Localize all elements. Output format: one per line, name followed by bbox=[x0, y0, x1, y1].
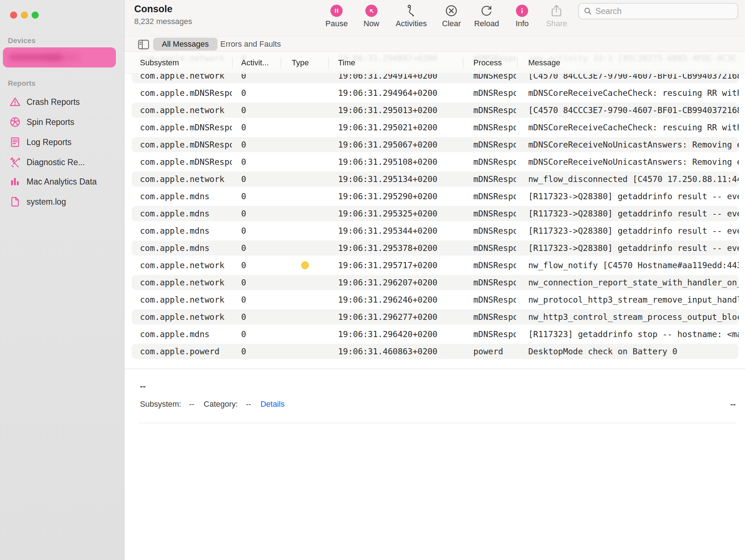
cell-type bbox=[301, 136, 315, 153]
log-table: com.apple.network 0 19:06:31.294914+0200… bbox=[125, 52, 745, 369]
table-row[interactable]: com.apple.network 0 19:06:31.295013+0200… bbox=[125, 102, 745, 119]
table-row[interactable]: com.apple.mdns 0 19:06:31.295378+0200 mD… bbox=[125, 239, 745, 257]
sidebar-item-mac-analytics-data[interactable]: Mac Analytics Data bbox=[4, 172, 120, 192]
column-header-process[interactable]: Process bbox=[473, 57, 502, 69]
share-icon bbox=[550, 4, 563, 17]
tab-errors-and-faults[interactable]: Errors and Faults bbox=[220, 38, 281, 51]
cell-type bbox=[301, 257, 315, 274]
sidebar-item-spin-reports[interactable]: Spin Reports bbox=[4, 112, 120, 132]
column-divider[interactable] bbox=[281, 57, 281, 68]
cell-process: mDNSResponder bbox=[473, 326, 516, 343]
column-header-activity[interactable]: Activit... bbox=[241, 57, 269, 69]
column-divider[interactable] bbox=[232, 57, 233, 68]
cell-subsystem: com.apple.mDNSResponder bbox=[140, 119, 232, 136]
cell-activity: 0 bbox=[241, 171, 263, 188]
cell-message: mDNSCoreReceiveCacheCheck: rescuing RR w… bbox=[528, 84, 739, 102]
table-row[interactable]: com.apple.powerd 0 19:06:31.460863+0200 … bbox=[125, 343, 745, 360]
reload-button[interactable]: Reload bbox=[474, 4, 499, 28]
tab-all-messages[interactable]: All Messages bbox=[153, 38, 217, 51]
pinwheel-icon bbox=[9, 116, 21, 128]
cell-activity: 0 bbox=[241, 222, 263, 239]
cell-activity: 0 bbox=[241, 102, 263, 119]
cell-subsystem: com.apple.mdns bbox=[140, 188, 232, 205]
cell-subsystem: com.apple.mdns bbox=[140, 239, 232, 257]
cell-time: 19:06:31.296420+0200 bbox=[338, 326, 442, 343]
zoom-window-button[interactable] bbox=[32, 11, 39, 19]
cell-process: powerd bbox=[473, 343, 516, 360]
cell-activity: 0 bbox=[241, 343, 263, 360]
table-row[interactable]: com.apple.mDNSResponder 0 19:06:31.29496… bbox=[125, 84, 745, 102]
minimize-window-button[interactable] bbox=[21, 11, 28, 19]
cell-type bbox=[301, 308, 315, 326]
sidebar-toggle-button[interactable] bbox=[137, 39, 150, 50]
table-row[interactable]: com.apple.network 0 19:06:31.295134+0200… bbox=[125, 171, 745, 188]
table-header: com.apple.network 0 19:06:31.294847+0200… bbox=[125, 52, 745, 74]
cell-type bbox=[301, 205, 315, 222]
table-row[interactable]: com.apple.mdns 0 19:06:31.295290+0200 mD… bbox=[125, 188, 745, 205]
cell-activity: 0 bbox=[241, 308, 263, 326]
cell-type bbox=[301, 188, 315, 205]
sidebar-item-device-selected[interactable] bbox=[3, 47, 116, 67]
detail-subsystem-value: -- bbox=[189, 400, 195, 409]
table-row[interactable]: com.apple.network 0 19:06:31.295717+0200… bbox=[125, 257, 745, 274]
activities-icon bbox=[405, 4, 418, 17]
detail-right-value: -- bbox=[730, 400, 736, 409]
search-icon bbox=[584, 7, 592, 15]
cell-process: mDNSResponder bbox=[473, 171, 516, 188]
details-link[interactable]: Details bbox=[261, 400, 285, 409]
table-row[interactable]: com.apple.mDNSResponder 0 19:06:31.29506… bbox=[125, 136, 745, 153]
sidebar-item-system-log[interactable]: system.log bbox=[4, 192, 120, 212]
table-row[interactable]: com.apple.mdns 0 19:06:31.295344+0200 mD… bbox=[125, 222, 745, 239]
table-row[interactable]: com.apple.mDNSResponder 0 19:06:31.29510… bbox=[125, 153, 745, 171]
table-row[interactable]: com.apple.mdns 0 19:06:31.295325+0200 mD… bbox=[125, 205, 745, 222]
table-row[interactable]: com.apple.mDNSResponder 0 19:06:31.29502… bbox=[125, 119, 745, 136]
table-row[interactable]: com.apple.network 0 19:06:31.296207+0200… bbox=[125, 274, 745, 291]
pause-button[interactable]: Pause bbox=[325, 4, 348, 28]
cell-subsystem: com.apple.mDNSResponder bbox=[140, 153, 232, 171]
cell-type bbox=[301, 119, 315, 136]
search-field[interactable] bbox=[578, 3, 738, 19]
column-divider[interactable] bbox=[463, 57, 463, 68]
close-window-button[interactable] bbox=[10, 11, 17, 19]
column-header-message[interactable]: Message bbox=[528, 57, 560, 69]
column-header-type[interactable]: Type bbox=[292, 57, 309, 69]
sidebar-item-log-reports[interactable]: Log Reports bbox=[4, 132, 120, 152]
main-pane: Console 8,232 messages Pause bbox=[125, 0, 745, 560]
cell-type bbox=[301, 291, 315, 308]
cell-time: 19:06:31.296246+0200 bbox=[338, 291, 442, 308]
cell-activity: 0 bbox=[241, 291, 263, 308]
cell-process: mDNSResponder bbox=[473, 102, 516, 119]
table-row[interactable]: com.apple.mdns 0 19:06:31.296420+0200 mD… bbox=[125, 326, 745, 343]
clear-icon bbox=[445, 4, 458, 17]
table-row[interactable]: com.apple.network 0 19:06:31.296246+0200… bbox=[125, 291, 745, 308]
cell-process: mDNSResponder bbox=[473, 136, 516, 153]
cell-time: 19:06:31.295013+0200 bbox=[338, 102, 442, 119]
sidebar-item-label: Mac Analytics Data bbox=[27, 177, 97, 187]
cell-time: 19:06:31.296207+0200 bbox=[338, 274, 442, 291]
column-divider[interactable] bbox=[328, 57, 329, 68]
bar-chart-icon bbox=[9, 176, 21, 187]
reload-icon bbox=[480, 4, 493, 17]
info-button[interactable]: Info bbox=[516, 4, 529, 28]
cell-activity: 0 bbox=[241, 205, 263, 222]
column-divider[interactable] bbox=[517, 57, 517, 68]
activities-button[interactable]: Activities bbox=[396, 4, 427, 28]
cell-process: mDNSResponder bbox=[473, 119, 516, 136]
cell-type bbox=[301, 274, 315, 291]
clear-button[interactable]: Clear bbox=[442, 4, 461, 28]
cell-process: mDNSResponder bbox=[473, 205, 516, 222]
share-button[interactable]: Share bbox=[546, 4, 567, 28]
pause-icon bbox=[330, 4, 343, 17]
cell-message: nw_flow_notify [C4570 Hostname#aa119edd:… bbox=[528, 257, 739, 274]
cell-time: 19:06:31.295134+0200 bbox=[338, 171, 442, 188]
cell-type bbox=[301, 239, 315, 257]
search-input[interactable] bbox=[595, 6, 732, 16]
now-button[interactable]: Now bbox=[364, 4, 379, 28]
column-header-time[interactable]: Time bbox=[338, 57, 355, 69]
cell-activity: 0 bbox=[241, 119, 263, 136]
column-header-subsystem[interactable]: Subsystem bbox=[140, 57, 179, 69]
cell-subsystem: com.apple.mDNSResponder bbox=[140, 84, 232, 102]
sidebar-item-diagnostic-reports[interactable]: Diagnostic Re... bbox=[4, 152, 120, 172]
table-row[interactable]: com.apple.network 0 19:06:31.296277+0200… bbox=[125, 308, 745, 326]
sidebar-item-crash-reports[interactable]: Crash Reports bbox=[4, 92, 120, 112]
